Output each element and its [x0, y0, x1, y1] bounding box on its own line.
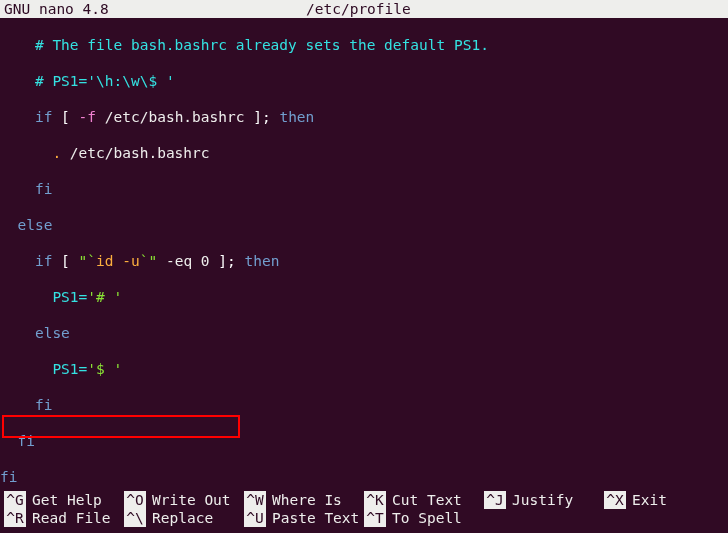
shortcut-to-spell[interactable]: ^TTo Spell [364, 509, 484, 527]
shortcut-cut-text[interactable]: ^KCut Text [364, 491, 484, 509]
shortcut-exit[interactable]: ^XExit [604, 491, 724, 509]
titlebar-spacer [608, 0, 728, 18]
editor-area[interactable]: # The file bash.bashrc already sets the … [0, 18, 728, 533]
nano-titlebar: GNU nano 4.8 /etc/profile [0, 0, 728, 18]
shortcut-where-is[interactable]: ^WWhere Is [244, 491, 364, 509]
shortcut-replace[interactable]: ^\Replace [124, 509, 244, 527]
shortcut-get-help[interactable]: ^GGet Help [4, 491, 124, 509]
shortcut-paste-text[interactable]: ^UPaste Text [244, 509, 364, 527]
code-comment [0, 37, 35, 53]
shortcut-read-file[interactable]: ^RRead File [4, 509, 124, 527]
shortcut-bar: ^GGet Help ^OWrite Out ^WWhere Is ^KCut … [0, 491, 728, 527]
shortcut-justify[interactable]: ^JJustify [484, 491, 604, 509]
shortcut-write-out[interactable]: ^OWrite Out [124, 491, 244, 509]
file-name: /etc/profile [109, 0, 608, 18]
app-name: GNU nano 4.8 [0, 0, 109, 18]
